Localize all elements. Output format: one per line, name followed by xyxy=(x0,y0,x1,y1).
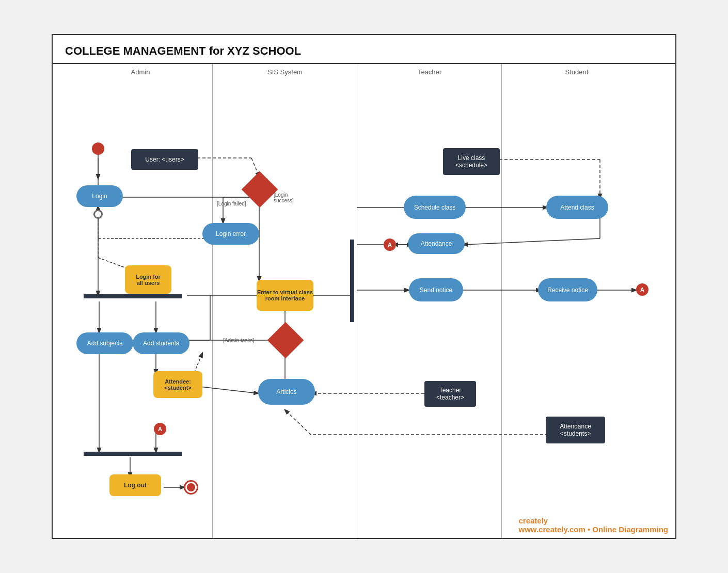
start-node xyxy=(92,142,104,155)
circle-a-teacher: A xyxy=(384,238,396,251)
page-title: COLLEGE MANAGEMENT for XYZ SCHOOL xyxy=(53,35,675,63)
svg-line-39 xyxy=(285,410,311,435)
svg-line-21 xyxy=(463,238,600,245)
creately-brand: creately xyxy=(519,516,548,525)
admin-tasks-decision xyxy=(273,327,298,353)
end-node-inner xyxy=(187,483,195,491)
attendance-teacher[interactable]: Attendance xyxy=(408,233,465,254)
circle-a-admin: A xyxy=(154,423,166,435)
lane-teacher: Teacher xyxy=(357,68,502,76)
user-box: User: <users> xyxy=(131,149,198,170)
login-success-label: [Loginsuccess] xyxy=(274,192,294,203)
login-for-all-users: Login for all users xyxy=(125,265,171,294)
schedule-class[interactable]: Schedule class xyxy=(404,196,466,219)
lane-sis: SIS System xyxy=(213,68,357,76)
live-class-box: Live class <schedule> xyxy=(443,148,500,175)
receive-notice[interactable]: Receive notice xyxy=(538,278,597,301)
articles[interactable]: Articles xyxy=(258,379,315,405)
svg-line-35 xyxy=(200,387,258,393)
login-button[interactable]: Login xyxy=(76,185,123,207)
login-open-circle xyxy=(93,210,103,219)
diagram-area: Admin SIS System Teacher Student xyxy=(53,63,675,538)
page: COLLEGE MANAGEMENT for XYZ SCHOOL Admin … xyxy=(52,34,676,539)
divider-3 xyxy=(501,64,502,538)
login-failed-label: [Login failed] xyxy=(217,201,246,206)
login-decision xyxy=(247,177,273,202)
attendance-students-box: Attendance <students> xyxy=(546,417,605,443)
login-error: Login error xyxy=(202,223,259,245)
creately-logo: creately www.creately.com • Online Diagr… xyxy=(519,516,669,534)
creately-sub: www.creately.com • Online Diagramming xyxy=(519,525,669,534)
lane-admin: Admin xyxy=(68,68,213,76)
admin-tasks-label: [Admin tasks] xyxy=(223,338,254,343)
attend-class[interactable]: Attend class xyxy=(546,196,608,219)
divider-2 xyxy=(357,64,357,538)
end-node xyxy=(184,480,198,495)
lane-student: Student xyxy=(502,68,652,76)
attendee-box: Attendee: <student> xyxy=(153,371,202,398)
add-subjects[interactable]: Add subjects xyxy=(76,332,133,354)
circle-a-student: A xyxy=(636,283,648,296)
divider-1 xyxy=(212,64,213,538)
log-out[interactable]: Log out xyxy=(109,474,161,496)
enter-virtual-class: Enter to virtual class room interface xyxy=(257,280,313,311)
send-notice[interactable]: Send notice xyxy=(409,278,463,301)
teacher-box: Teacher <teacher> xyxy=(424,381,476,407)
add-students[interactable]: Add students xyxy=(133,332,189,354)
